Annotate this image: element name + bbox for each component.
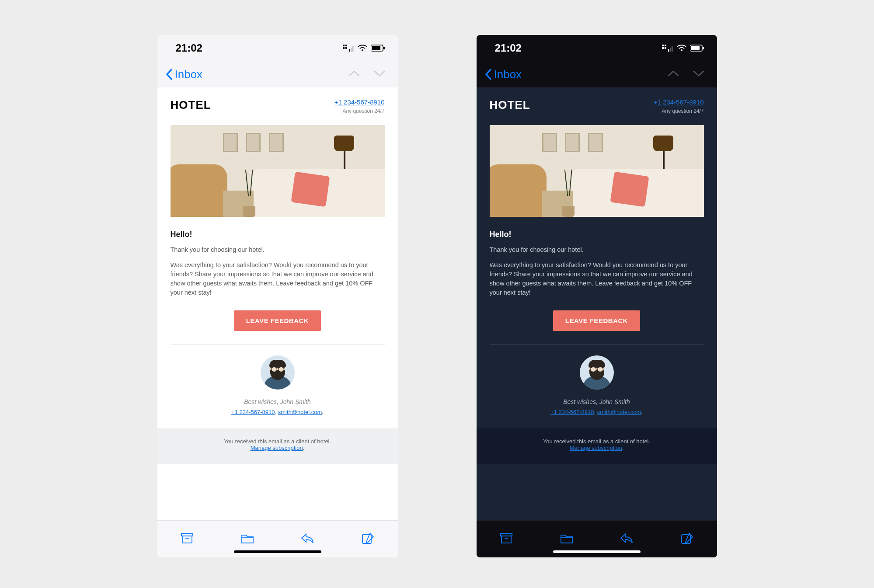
svg-rect-18 — [662, 47, 664, 49]
signature-phone-link[interactable]: +1 234-567-8910 — [550, 409, 594, 415]
brand-logo: HOTEL — [490, 98, 530, 112]
compose-button[interactable] — [679, 531, 694, 547]
signature-email-link[interactable]: smith@hotel.com — [597, 409, 641, 415]
battery-icon — [690, 45, 705, 52]
folder-button[interactable] — [559, 531, 574, 547]
svg-rect-5 — [351, 48, 352, 52]
svg-rect-12 — [182, 536, 192, 543]
wifi-icon — [677, 45, 686, 52]
svg-point-7 — [362, 49, 363, 51]
svg-rect-28 — [501, 536, 511, 543]
signature-wishes: Best wishes, John Smith — [490, 398, 704, 405]
signature-period: . — [641, 409, 643, 415]
dual-sim-icon — [662, 45, 673, 52]
nav-back-label: Inbox — [175, 68, 203, 81]
brand-phone-link[interactable]: +1 234-567-8910 — [334, 98, 385, 106]
hero-image — [490, 125, 704, 217]
brand-logo: HOTEL — [171, 98, 211, 112]
svg-rect-11 — [181, 533, 193, 536]
author-avatar — [580, 355, 614, 390]
svg-rect-3 — [345, 47, 347, 49]
status-icons — [343, 45, 386, 52]
svg-rect-0 — [343, 45, 345, 46]
svg-rect-16 — [662, 45, 664, 46]
greeting: Hello! — [171, 230, 385, 239]
brand-phone-link[interactable]: +1 234-567-8910 — [654, 98, 704, 106]
svg-rect-26 — [703, 47, 704, 49]
home-indicator[interactable] — [553, 550, 641, 553]
prev-message-button[interactable] — [667, 70, 679, 79]
leave-feedback-button[interactable]: LEAVE FEEDBACK — [553, 310, 640, 331]
phone-dark: 21:02 Inbox HOTEL +1 234-567-8910 Any qu… — [477, 35, 717, 557]
svg-rect-21 — [670, 48, 671, 52]
status-time: 21:02 — [495, 42, 522, 54]
signature-contact: +1 234-567-8910, smith@hotel.com. — [171, 409, 385, 415]
svg-rect-20 — [668, 49, 669, 52]
intro-text: Thank you for choosing our hotel. — [490, 245, 704, 254]
dual-sim-icon — [343, 45, 354, 52]
svg-rect-27 — [501, 533, 512, 536]
brand-contact: +1 234-567-8910 Any question 24/7 — [654, 98, 704, 114]
footer-period: . — [622, 445, 624, 451]
greeting: Hello! — [490, 230, 704, 239]
reply-button[interactable] — [619, 531, 634, 547]
signature-separator: , — [594, 409, 597, 415]
nav-back[interactable]: Inbox — [165, 68, 203, 81]
email-footer: You received this email as a client of h… — [477, 428, 717, 464]
chevron-left-icon — [165, 68, 173, 80]
svg-rect-19 — [665, 47, 666, 49]
nav-bar: Inbox — [477, 61, 717, 87]
signature-wishes: Best wishes, John Smith — [171, 398, 385, 405]
manage-subscription-link[interactable]: Manage subscription — [251, 445, 303, 451]
svg-rect-9 — [372, 46, 380, 50]
footer-line: You received this email as a client of h… — [485, 438, 708, 445]
svg-rect-22 — [672, 46, 673, 52]
mail-body: HOTEL +1 234-567-8910 Any question 24/7 … — [477, 87, 717, 520]
compose-button[interactable] — [360, 531, 375, 547]
status-bar: 21:02 — [157, 35, 398, 61]
next-message-button[interactable] — [373, 70, 386, 79]
nav-arrows — [667, 70, 709, 79]
brand-contact: +1 234-567-8910 Any question 24/7 — [334, 98, 385, 114]
signature-phone-link[interactable]: +1 234-567-8910 — [231, 409, 275, 415]
svg-rect-4 — [349, 49, 350, 52]
brand-contact-sub: Any question 24/7 — [334, 108, 385, 114]
signature-contact: +1 234-567-8910, smith@hotel.com. — [490, 409, 704, 415]
next-message-button[interactable] — [693, 70, 705, 79]
wifi-icon — [358, 45, 367, 52]
email-footer: You received this email as a client of h… — [157, 428, 398, 464]
divider — [171, 344, 385, 344]
nav-back-label: Inbox — [494, 68, 522, 81]
svg-point-23 — [681, 49, 682, 51]
archive-button[interactable] — [180, 531, 195, 547]
prev-message-button[interactable] — [348, 70, 360, 79]
manage-subscription-link[interactable]: Manage subscription — [570, 445, 622, 451]
signature-email-link[interactable]: smith@hotel.com — [278, 409, 322, 415]
archive-button[interactable] — [499, 531, 514, 547]
svg-rect-17 — [665, 45, 666, 46]
phone-light: 21:02 Inbox HOTEL +1 234-567-8910 Any qu… — [157, 35, 398, 557]
svg-rect-2 — [343, 47, 345, 49]
divider — [490, 344, 704, 344]
status-bar: 21:02 — [477, 35, 717, 61]
reply-button[interactable] — [300, 531, 315, 547]
battery-icon — [371, 45, 386, 52]
status-time: 21:02 — [176, 42, 202, 54]
svg-rect-1 — [345, 45, 347, 46]
brand-contact-sub: Any question 24/7 — [654, 108, 704, 114]
signature-period: . — [322, 409, 324, 415]
svg-rect-6 — [352, 46, 354, 52]
folder-button[interactable] — [240, 531, 255, 547]
nav-back[interactable]: Inbox — [484, 68, 522, 81]
body-text: Was everything to your satisfaction? Wou… — [171, 261, 385, 297]
intro-text: Thank you for choosing our hotel. — [171, 245, 385, 254]
leave-feedback-button[interactable]: LEAVE FEEDBACK — [234, 310, 321, 331]
nav-arrows — [348, 70, 390, 79]
svg-rect-25 — [691, 46, 700, 50]
home-indicator[interactable] — [234, 550, 321, 553]
nav-bar: Inbox — [157, 61, 398, 87]
author-avatar — [261, 355, 295, 390]
body-text: Was everything to your satisfaction? Wou… — [490, 261, 704, 297]
chevron-left-icon — [484, 68, 492, 80]
footer-period: . — [303, 445, 305, 451]
